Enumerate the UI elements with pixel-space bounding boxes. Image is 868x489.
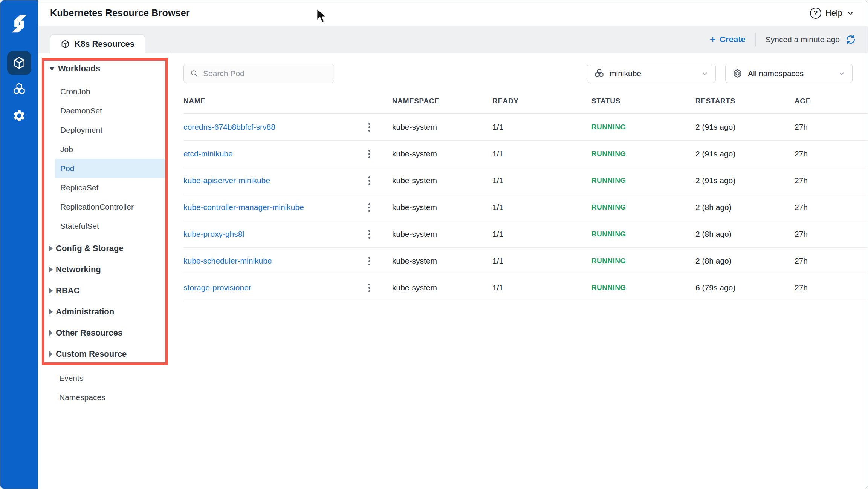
- sidebar-section-workloads[interactable]: Workloads: [38, 60, 171, 77]
- page-title: Kubernetes Resource Browser: [50, 8, 190, 18]
- sidebar-section-config-storage[interactable]: Config & Storage: [38, 238, 171, 259]
- sidebar-item-replicationcontroller[interactable]: ReplicationController: [55, 197, 165, 216]
- restarts-cell: 2 (91s ago): [695, 123, 795, 132]
- sidebar-section-label: Custom Resource: [56, 349, 127, 359]
- tree-footer: EventsNamespaces: [38, 369, 171, 406]
- pod-name-link[interactable]: kube-scheduler-minikube: [183, 256, 272, 265]
- table-row: coredns-674b8bbfcf-srv88 kube-system 1/1…: [183, 114, 868, 141]
- namespace-cell: kube-system: [392, 256, 492, 265]
- namespace-value: All namespaces: [748, 69, 804, 78]
- triangle-right-icon: [49, 351, 53, 357]
- name-cell: kube-apiserver-minikube: [183, 174, 392, 187]
- namespace-cell: kube-system: [392, 123, 492, 132]
- pod-name-link[interactable]: kube-apiserver-minikube: [183, 176, 270, 185]
- sidebar-item-pod[interactable]: Pod: [55, 159, 165, 178]
- sidebar-item-daemonset[interactable]: DaemonSet: [55, 101, 165, 120]
- kebab-menu-button[interactable]: [364, 228, 375, 241]
- namespace-cell: kube-system: [392, 283, 492, 292]
- sidebar-item-cronjob[interactable]: CronJob: [55, 82, 165, 101]
- sidebar-item-namespaces[interactable]: Namespaces: [38, 388, 171, 406]
- table-row: kube-proxy-ghs8l kube-system 1/1 RUNNING…: [183, 221, 868, 248]
- refresh-icon: [845, 34, 856, 45]
- status-badge: RUNNING: [591, 176, 695, 185]
- refresh-button[interactable]: [845, 34, 856, 45]
- name-cell: etcd-minikube: [183, 147, 392, 160]
- age-cell: 27h: [795, 256, 868, 265]
- pod-name-link[interactable]: storage-provisioner: [183, 283, 251, 292]
- status-badge: RUNNING: [591, 123, 695, 131]
- namespace-select[interactable]: All namespaces: [725, 64, 853, 83]
- table-row: kube-apiserver-minikube kube-system 1/1 …: [183, 167, 868, 194]
- age-cell: 27h: [795, 123, 868, 132]
- sidebar-item-statefulset[interactable]: StatefulSet: [55, 216, 165, 236]
- ready-cell: 1/1: [492, 283, 591, 292]
- kebab-menu-button[interactable]: [364, 254, 375, 267]
- pods-panel: minikube All namespaces: [171, 53, 868, 489]
- ready-cell: 1/1: [492, 230, 591, 239]
- help-button[interactable]: ? Help: [810, 8, 854, 19]
- namespace-cell: kube-system: [392, 203, 492, 212]
- namespace-cell: kube-system: [392, 230, 492, 239]
- sidebar-item-replicaset[interactable]: ReplicaSet: [55, 178, 165, 197]
- cluster-icon: [12, 83, 26, 96]
- namespace-cell: kube-system: [392, 149, 492, 158]
- tab-k8s-resources[interactable]: K8s Resources: [50, 34, 145, 53]
- sidebar-item-events[interactable]: Events: [38, 369, 171, 387]
- sidebar-section-label: Networking: [56, 265, 101, 274]
- column-header-age: AGE: [795, 97, 868, 105]
- sidebar-section-other-resources[interactable]: Other Resources: [38, 322, 171, 343]
- table-row: storage-provisioner kube-system 1/1 RUNN…: [183, 274, 868, 301]
- sidebar-item-deployment[interactable]: Deployment: [55, 120, 165, 139]
- pod-name-link[interactable]: coredns-674b8bbfcf-srv88: [183, 123, 275, 132]
- triangle-right-icon: [49, 330, 53, 336]
- ready-cell: 1/1: [492, 149, 591, 158]
- name-cell: coredns-674b8bbfcf-srv88: [183, 121, 392, 133]
- restarts-cell: 2 (91s ago): [695, 149, 795, 158]
- age-cell: 27h: [795, 230, 868, 239]
- ready-cell: 1/1: [492, 203, 591, 212]
- chevron-down-icon: [838, 70, 845, 77]
- table-header: NAME NAMESPACE READY STATUS RESTARTS AGE: [183, 83, 868, 114]
- sidebar-item-job[interactable]: Job: [55, 139, 165, 159]
- kebab-menu-button[interactable]: [364, 121, 375, 133]
- age-cell: 27h: [795, 203, 868, 212]
- table-row: kube-controller-manager-minikube kube-sy…: [183, 194, 868, 221]
- pods-toolbar: minikube All namespaces: [171, 53, 868, 83]
- column-header-status: STATUS: [591, 97, 695, 105]
- rail-resources-button[interactable]: [7, 51, 31, 75]
- sidebar-section-networking[interactable]: Networking: [38, 259, 171, 280]
- question-circle-icon: ?: [810, 8, 821, 19]
- titlebar: Kubernetes Resource Browser ? Help: [38, 0, 868, 26]
- status-badge: RUNNING: [591, 150, 695, 158]
- cluster-select[interactable]: minikube: [587, 64, 716, 83]
- column-header-ready: READY: [492, 97, 591, 105]
- pods-table-body: coredns-674b8bbfcf-srv88 kube-system 1/1…: [171, 114, 868, 301]
- create-button[interactable]: + Create: [710, 34, 746, 45]
- tab-strip: K8s Resources + Create Synced a minute a…: [38, 26, 868, 53]
- ready-cell: 1/1: [492, 123, 591, 132]
- sidebar-section-rbac[interactable]: RBAC: [38, 280, 171, 301]
- sidebar-section-label: Administration: [56, 307, 114, 317]
- kebab-menu-button[interactable]: [364, 174, 375, 187]
- pod-name-link[interactable]: etcd-minikube: [183, 149, 233, 158]
- status-badge: RUNNING: [591, 230, 695, 238]
- triangle-right-icon: [49, 288, 53, 294]
- kebab-menu-button[interactable]: [364, 201, 375, 214]
- rail-cluster-button[interactable]: [7, 77, 31, 101]
- search-input[interactable]: [203, 69, 328, 78]
- rail-settings-button[interactable]: [7, 104, 31, 128]
- toolbar-filters: minikube All namespaces: [587, 64, 853, 83]
- name-cell: kube-controller-manager-minikube: [183, 201, 392, 214]
- table-row: etcd-minikube kube-system 1/1 RUNNING 2 …: [183, 141, 868, 167]
- sidebar-section-label: RBAC: [56, 286, 80, 296]
- sidebar-section-administration[interactable]: Administration: [38, 301, 171, 322]
- pod-name-link[interactable]: kube-proxy-ghs8l: [183, 230, 244, 239]
- cube-icon: [61, 40, 70, 49]
- kebab-menu-button[interactable]: [364, 147, 375, 160]
- column-header-name: NAME: [183, 97, 392, 105]
- kebab-menu-button[interactable]: [364, 281, 375, 294]
- main-area: Kubernetes Resource Browser ? Help K8s R…: [38, 0, 868, 489]
- status-badge: RUNNING: [591, 257, 695, 265]
- pod-name-link[interactable]: kube-controller-manager-minikube: [183, 203, 304, 212]
- sidebar-section-custom-resource[interactable]: Custom Resource: [38, 343, 171, 365]
